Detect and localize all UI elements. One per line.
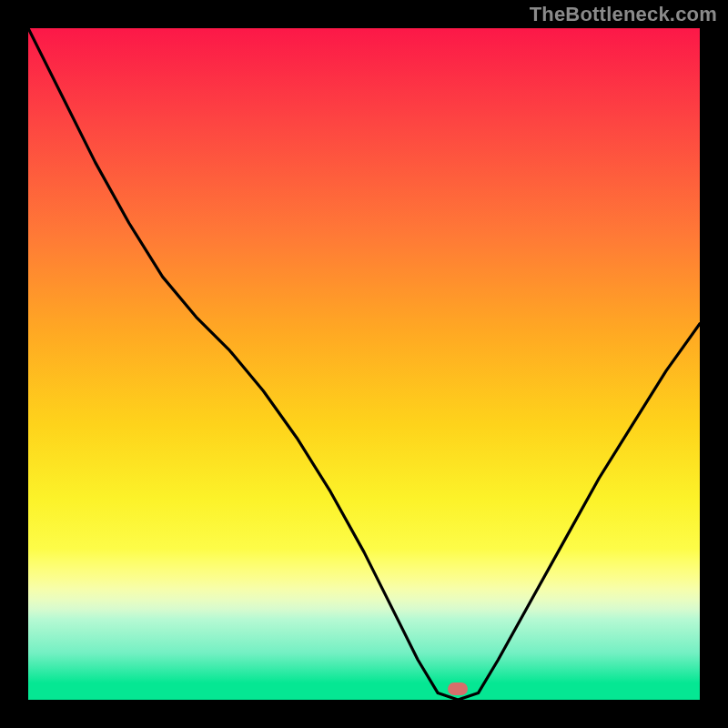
plot-area	[28, 28, 700, 700]
optimal-marker	[448, 682, 468, 695]
watermark-text: TheBottleneck.com	[530, 3, 717, 26]
chart-frame: TheBottleneck.com	[0, 0, 728, 728]
bottleneck-curve	[28, 28, 700, 700]
